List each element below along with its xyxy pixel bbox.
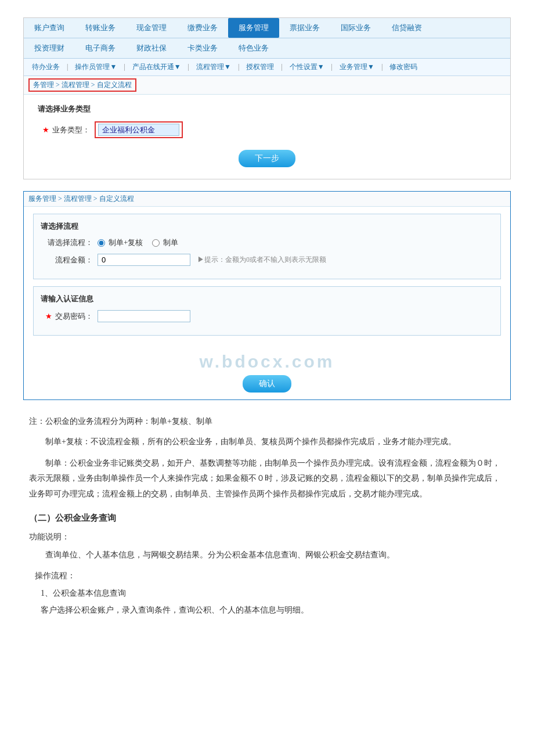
label-password: ★ 交易密码： — [41, 311, 93, 322]
nav-transfer[interactable]: 转账业务 — [75, 18, 126, 38]
para-1: 制单+复核：不设流程金额，所有的公积金业务，由制单员、复核员两个操作员都操作完成… — [29, 434, 505, 450]
form-row-type: ★ 业务类型： 企业福利公积金 其他业务 — [38, 121, 496, 138]
nav-account-query[interactable]: 账户查询 — [24, 18, 75, 38]
section-title-1: 请选择业务类型 — [38, 104, 496, 114]
breadcrumb-2: 服务管理 > 流程管理 > 自定义流程 — [24, 192, 510, 207]
flow-section-title: 请选择流程 — [41, 221, 493, 232]
amount-input[interactable] — [98, 254, 190, 266]
bank-panel-2: 服务管理 > 流程管理 > 自定义流程 请选择流程 请选择流程： 制单+复核 制… — [23, 191, 511, 400]
breadcrumb-text-1: 务管理 > 流程管理 > 自定义流程 — [33, 81, 132, 89]
next-button[interactable]: 下一步 — [239, 150, 295, 167]
password-input[interactable] — [98, 310, 190, 322]
auth-section: 请输入认证信息 ★ 交易密码： — [33, 286, 501, 336]
nav-cash-mgmt[interactable]: 现金管理 — [126, 18, 177, 38]
confirm-btn-row: w.bdocx.com 确认 — [24, 343, 510, 399]
radio-single[interactable] — [152, 239, 160, 247]
breadcrumb-1: 务管理 > 流程管理 > 自定义流程 — [24, 76, 510, 95]
func-label: 功能说明： — [29, 530, 505, 544]
nav-bill[interactable]: 票据业务 — [279, 18, 330, 38]
nav-payment[interactable]: 缴费业务 — [177, 18, 228, 38]
content-area: 注：公积金的业务流程分为两种：制单+复核、制单 制单+复核：不设流程金额，所有的… — [23, 414, 511, 617]
subnav-flow-mgmt[interactable]: 流程管理▼ — [190, 60, 237, 74]
subnav-product-online[interactable]: 产品在线开通▼ — [127, 60, 187, 74]
para-2: 制单：公积金业务非记账类交易，如开户、基数调整等功能，由制单员一个操作员办理完成… — [29, 456, 505, 502]
nav-credit[interactable]: 信贷融资 — [381, 18, 432, 38]
watermark: w.bdocx.com — [24, 346, 510, 375]
nav-row-2: 投资理财 电子商务 财政社保 卡类业务 特色业务 — [24, 38, 510, 59]
nav-card[interactable]: 卡类业务 — [177, 38, 228, 58]
ops-desc-1: 客户选择公积金账户，录入查询条件，查询公积、个人的基本信息与明细。 — [41, 603, 505, 617]
nav-special[interactable]: 特色业务 — [228, 38, 279, 58]
subnav-personal-setting[interactable]: 个性设置▼ — [284, 60, 330, 74]
breadcrumb-box-1: 务管理 > 流程管理 > 自定义流程 — [28, 78, 136, 92]
form-row-amount: 流程金额： ▶提示：金额为0或者不输入则表示无限额 — [41, 254, 493, 266]
nav-ecommerce[interactable]: 电子商务 — [75, 38, 126, 58]
nav-row-3: 待办业务 | 操作员管理▼ | 产品在线开通▼ | 流程管理▼ | 授权管理 |… — [24, 59, 510, 76]
ops-label: 操作流程： — [35, 568, 505, 583]
nav-investment[interactable]: 投资理财 — [24, 38, 75, 58]
nav-row-1: 账户查询 转账业务 现金管理 缴费业务 服务管理 票据业务 国际业务 信贷融资 — [24, 18, 510, 38]
ops-item-1: 1、公积金基本信息查询 — [41, 586, 505, 600]
dropdown-box: 企业福利公积金 其他业务 — [95, 121, 183, 138]
label-biz-type: ★ 业务类型： — [38, 125, 90, 135]
nav-international[interactable]: 国际业务 — [330, 18, 381, 38]
subnav-auth-mgmt[interactable]: 授权管理 — [240, 60, 280, 74]
section-heading-2: （二）公积金业务查询 — [29, 510, 505, 526]
radio-double[interactable] — [98, 239, 105, 247]
label-password-text: 交易密码： — [55, 312, 93, 321]
subnav-biz-mgmt[interactable]: 业务管理▼ — [334, 60, 380, 74]
subnav-change-pwd[interactable]: 修改密码 — [384, 60, 423, 74]
form-row-flow: 请选择流程： 制单+复核 制单 — [41, 237, 493, 248]
form-row-password: ★ 交易密码： — [41, 310, 493, 322]
subnav-operator-mgmt[interactable]: 操作员管理▼ — [69, 60, 122, 74]
tip-text: ▶提示：金额为0或者不输入则表示无限额 — [197, 255, 326, 265]
radio-single-label: 制单 — [163, 237, 178, 248]
breadcrumb-text-2: 服务管理 > 流程管理 > 自定义流程 — [28, 195, 134, 203]
nav-finance-social[interactable]: 财政社保 — [126, 38, 177, 58]
nav-service-mgmt[interactable]: 服务管理 — [228, 18, 279, 38]
subnav-pending[interactable]: 待办业务 — [26, 60, 66, 74]
flow-select-section: 请选择流程 请选择流程： 制单+复核 制单 流程金额： ▶提示：金额为0或者不输… — [33, 214, 501, 279]
biz-type-select[interactable]: 企业福利公积金 其他业务 — [98, 124, 179, 136]
func-desc: 查询单位、个人基本信息，与网银交易结果。分为公积金基本信息查询、网银公积金交易结… — [29, 548, 505, 563]
required-mark: ★ — [42, 125, 49, 134]
bank-panel-1: 账户查询 转账业务 现金管理 缴费业务 服务管理 票据业务 国际业务 信贷融资 … — [23, 17, 511, 179]
confirm-button[interactable]: 确认 — [243, 375, 291, 393]
label-flow: 请选择流程： — [41, 237, 93, 248]
note-line: 注：公积金的业务流程分为两种：制单+复核、制单 — [29, 414, 505, 429]
radio-double-label: 制单+复核 — [109, 237, 143, 248]
auth-section-title: 请输入认证信息 — [41, 294, 493, 304]
radio-group-1[interactable]: 制单+复核 — [98, 237, 152, 248]
radio-group-2[interactable]: 制单 — [152, 237, 187, 248]
label-biz-type-text: 业务类型： — [52, 125, 90, 134]
label-amount: 流程金额： — [41, 255, 93, 265]
required-mark-2: ★ — [45, 312, 52, 321]
form-area-1: 请选择业务类型 ★ 业务类型： 企业福利公积金 其他业务 下一步 — [24, 95, 510, 179]
